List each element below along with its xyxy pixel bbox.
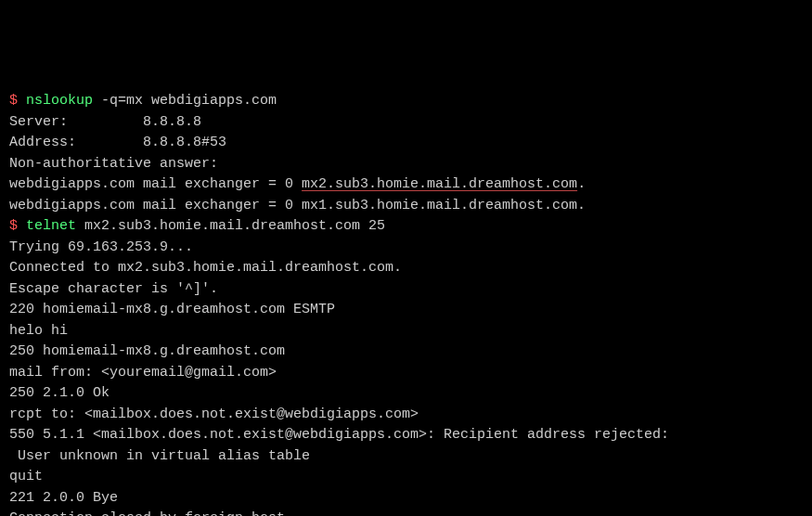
terminal-output: $ nslookup -q=mx webdigiapps.comServer: … — [9, 91, 803, 516]
output-line: 250 homiemail-mx8.g.dreamhost.com — [9, 342, 803, 363]
command-args: mx2.sub3.homie.mail.dreamhost.com 25 — [76, 218, 385, 234]
output-line: 550 5.1.1 <mailbox.does.not.exist@webdig… — [9, 425, 803, 446]
cmd-line-2: $ telnet mx2.sub3.homie.mail.dreamhost.c… — [9, 216, 803, 238]
mx-suffix: . — [577, 176, 586, 192]
mx-host-underlined: mx2.sub3.homie.mail.dreamhost.com — [302, 176, 577, 192]
command-name: telnet — [26, 218, 76, 234]
output-line: Trying 69.163.253.9... — [9, 238, 803, 259]
cmd-line-1: $ nslookup -q=mx webdigiapps.com — [9, 91, 803, 112]
command-name: nslookup — [26, 93, 93, 109]
output-line: webdigiapps.com mail exchanger = 0 mx1.s… — [9, 196, 803, 217]
output-line: mail from: <youremail@gmail.com> — [9, 363, 803, 384]
output-line: 250 2.1.0 Ok — [9, 383, 803, 405]
mx-prefix: webdigiapps.com mail exchanger = 0 — [9, 176, 302, 192]
output-line: rcpt to: <mailbox.does.not.exist@webdigi… — [9, 405, 803, 426]
output-line: Non-authoritative answer: — [9, 154, 803, 175]
output-line: Server: 8.8.8.8 — [9, 112, 803, 134]
output-line: Escape character is '^]'. — [9, 279, 803, 301]
output-line: 220 homiemail-mx8.g.dreamhost.com ESMTP — [9, 300, 803, 321]
command-args: -q=mx webdigiapps.com — [93, 93, 277, 109]
output-line: Connection closed by foreign host. — [9, 509, 803, 516]
prompt: $ — [9, 218, 26, 234]
output-line: User unknown in virtual alias table — [9, 446, 803, 468]
output-line: webdigiapps.com mail exchanger = 0 mx2.s… — [9, 174, 803, 196]
output-line: 221 2.0.0 Bye — [9, 488, 803, 510]
output-line: Address: 8.8.8.8#53 — [9, 133, 803, 154]
output-line: quit — [9, 467, 803, 488]
output-line: Connected to mx2.sub3.homie.mail.dreamho… — [9, 258, 803, 279]
output-line: helo hi — [9, 321, 803, 342]
prompt: $ — [9, 93, 26, 109]
